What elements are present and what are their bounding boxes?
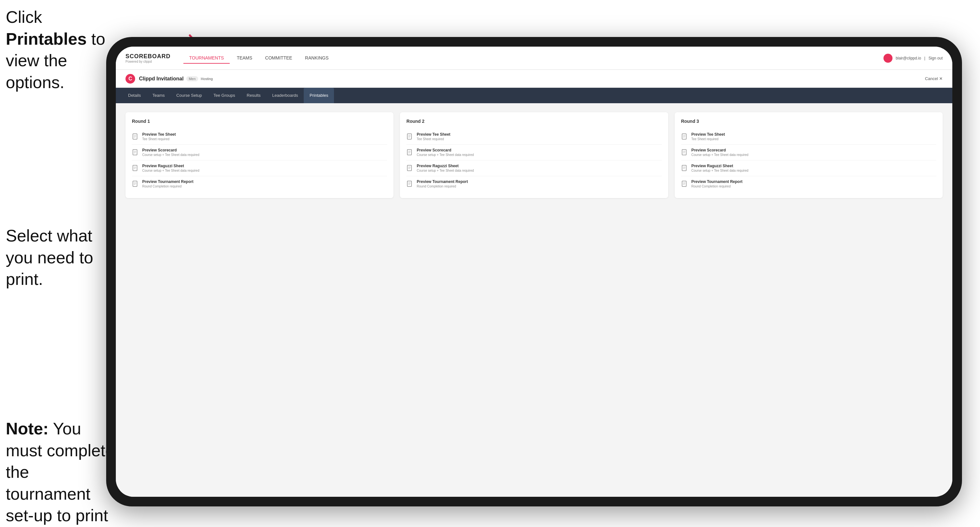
round-2-title: Round 2 — [406, 119, 662, 124]
round-3-tournament-report[interactable]: Preview Tournament Report Round Completi… — [681, 176, 936, 192]
round-2-tee-sheet[interactable]: Preview Tee Sheet Tee Sheet required — [406, 129, 662, 145]
user-email: blair@clippd.io — [896, 56, 921, 60]
annotation-bottom: Note: You must complete the tournament s… — [6, 418, 115, 527]
logo-sub: Powered by clippd — [126, 60, 170, 63]
round-3-tee-sheet-icon — [681, 133, 688, 141]
round-2-tee-sheet-icon — [406, 133, 414, 141]
cancel-button[interactable]: Cancel ✕ — [925, 76, 943, 81]
tab-details[interactable]: Details — [122, 88, 147, 103]
round-2-tournament-report[interactable]: Preview Tournament Report Round Completi… — [406, 176, 662, 192]
round-3-scorecard-icon — [681, 149, 688, 157]
nav-right: blair@clippd.io | Sign out — [883, 54, 943, 63]
tab-bar: Details Teams Course Setup Tee Groups Re… — [116, 88, 952, 103]
logo-title: SCOREBOARD — [126, 53, 170, 60]
round-1-title: Round 1 — [132, 119, 387, 124]
tab-leaderboards[interactable]: Leaderboards — [266, 88, 304, 103]
round-2-tournament-report-icon — [406, 180, 414, 189]
round-3-title: Round 3 — [681, 119, 936, 124]
annotation-middle: Select what you need to print. — [6, 225, 109, 290]
tablet-screen: SCOREBOARD Powered by clippd TOURNAMENTS… — [116, 47, 952, 497]
tab-printables[interactable]: Printables — [304, 88, 334, 103]
round-3-scorecard[interactable]: Preview Scorecard Course setup + Tee She… — [681, 145, 936, 160]
nav-item-teams[interactable]: TEAMS — [231, 53, 258, 63]
round-1-tee-sheet-text: Preview Tee Sheet Tee Sheet required — [142, 132, 176, 141]
round-1-tournament-report[interactable]: Preview Tournament Report Round Completi… — [132, 176, 387, 192]
tab-tee-groups[interactable]: Tee Groups — [208, 88, 241, 103]
scorecard-icon — [132, 149, 139, 157]
nav-item-committee[interactable]: COMMITTEE — [259, 53, 298, 63]
nav-items: TOURNAMENTS TEAMS COMMITTEE RANKINGS — [183, 53, 883, 63]
round-3-raguzzi-icon — [681, 164, 688, 173]
tournament-name: Clippd Invitational — [139, 76, 184, 82]
tab-course-setup[interactable]: Course Setup — [170, 88, 208, 103]
tournament-badge: Men — [186, 76, 198, 81]
raguzzi-icon — [132, 164, 139, 173]
round-1-tournament-report-text: Preview Tournament Report Round Completi… — [142, 179, 193, 188]
round-1-section: Round 1 Preview Tee Sheet — [126, 112, 393, 198]
annotation-bottom-text: Note: You must complete the tournament s… — [6, 419, 115, 527]
tournament-status: Hosting — [201, 77, 213, 81]
sign-out-link[interactable]: Sign out — [929, 56, 943, 60]
user-avatar — [883, 54, 892, 63]
round-3-section: Round 3 Preview Tee Sheet Tee Sheet requ… — [675, 112, 943, 198]
logo-area: SCOREBOARD Powered by clippd — [126, 53, 170, 63]
nav-item-tournaments[interactable]: TOURNAMENTS — [183, 53, 230, 63]
round-2-raguzzi[interactable]: Preview Raguzzi Sheet Course setup + Tee… — [406, 160, 662, 176]
tablet-frame: SCOREBOARD Powered by clippd TOURNAMENTS… — [106, 37, 962, 506]
tab-results[interactable]: Results — [241, 88, 266, 103]
nav-item-rankings[interactable]: RANKINGS — [299, 53, 334, 63]
round-1-tee-sheet[interactable]: Preview Tee Sheet Tee Sheet required — [132, 129, 387, 145]
annotation-top-text: Click Printables toview the options. — [6, 8, 105, 92]
top-nav: SCOREBOARD Powered by clippd TOURNAMENTS… — [116, 47, 952, 70]
annotation-top: Click Printables toview the options. — [6, 6, 109, 93]
round-1-raguzzi-text: Preview Raguzzi Sheet Course setup + Tee… — [142, 163, 199, 172]
tournament-header: C Clippd Invitational Men Hosting Cancel… — [116, 70, 952, 88]
tournament-logo: C — [126, 74, 135, 84]
round-3-tee-sheet[interactable]: Preview Tee Sheet Tee Sheet required — [681, 129, 936, 145]
tab-teams[interactable]: Teams — [147, 88, 170, 103]
round-2-scorecard[interactable]: Preview Scorecard Course setup + Tee She… — [406, 145, 662, 160]
round-3-raguzzi[interactable]: Preview Raguzzi Sheet Course setup + Tee… — [681, 160, 936, 176]
round-3-tournament-report-icon — [681, 180, 688, 189]
main-content: Round 1 Preview Tee Sheet — [116, 103, 952, 497]
separator: | — [924, 56, 925, 60]
annotation-middle-text: Select what you need to print. — [6, 226, 93, 289]
tee-sheet-icon — [132, 133, 139, 141]
round-1-scorecard[interactable]: Preview Scorecard Course setup + Tee She… — [132, 145, 387, 160]
rounds-grid: Round 1 Preview Tee Sheet — [126, 112, 943, 198]
round-2-raguzzi-icon — [406, 164, 414, 173]
round-1-scorecard-text: Preview Scorecard Course setup + Tee She… — [142, 148, 199, 157]
round-1-raguzzi[interactable]: Preview Raguzzi Sheet Course setup + Tee… — [132, 160, 387, 176]
tournament-report-icon — [132, 180, 139, 189]
round-2-section: Round 2 Preview Tee Sheet Tee Sheet requ… — [400, 112, 668, 198]
round-2-scorecard-icon — [406, 149, 414, 157]
